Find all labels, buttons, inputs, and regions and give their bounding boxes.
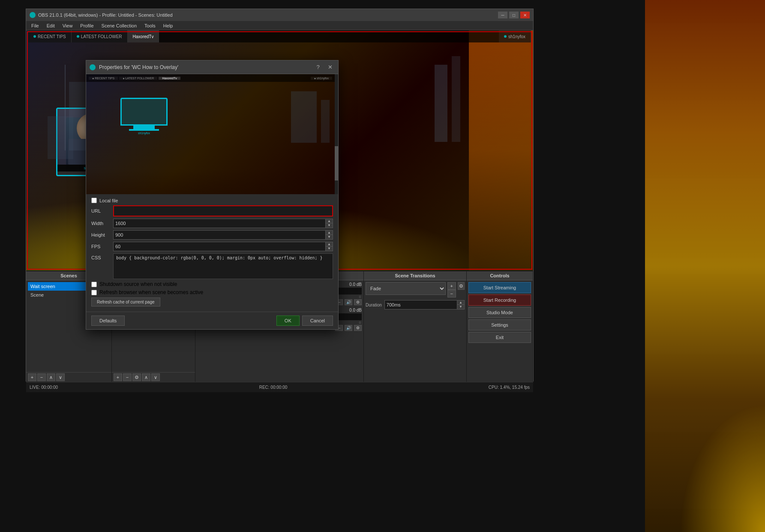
- url-row: URL: [91, 205, 333, 216]
- url-input[interactable]: [113, 205, 333, 216]
- transitions-panel: Scene Transitions Fade Cut Swipe + − ⚙: [364, 271, 467, 382]
- live-status: LIVE: 00:00:00: [30, 385, 58, 390]
- cancel-button[interactable]: Cancel: [302, 316, 333, 326]
- mixer-c922-settings-btn[interactable]: ⚙: [354, 325, 362, 331]
- monitor-stand: [133, 126, 155, 129]
- sh1nyfox-label: sh1nyfox: [508, 34, 525, 39]
- refresh-cache-button[interactable]: Refresh cache of current page: [91, 298, 160, 307]
- preview-tab-recent-tips[interactable]: RECENT TIPS: [28, 30, 72, 42]
- obs-icon: [30, 12, 36, 18]
- transition-select[interactable]: Fade Cut Swipe: [366, 282, 446, 295]
- studio-mode-button[interactable]: Studio Mode: [468, 307, 531, 318]
- status-bar: LIVE: 00:00:00 REC: 00:00:00 CPU: 1.4%, …: [26, 382, 533, 392]
- width-input[interactable]: [113, 219, 325, 228]
- haxoredtv-label: HaxoredTv: [133, 34, 154, 39]
- height-input[interactable]: [113, 230, 325, 240]
- fps-up-btn[interactable]: ▲: [325, 242, 333, 246]
- sources-add-btn[interactable]: +: [114, 373, 122, 381]
- settings-button[interactable]: Settings: [468, 319, 531, 331]
- sources-up-btn[interactable]: ∧: [142, 373, 150, 381]
- preview-top-bar: RECENT TIPS LATEST FOLLOWER HaxoredTv sh…: [28, 30, 531, 42]
- sources-toolbar: + − ⚙ ∧ ∨: [112, 372, 195, 382]
- fps-down-btn[interactable]: ▼: [325, 246, 333, 251]
- dialog-preview-area: ● RECENT TIPS ● LATEST FOLLOWER HaxoredT…: [86, 74, 338, 194]
- css-textarea[interactable]: body { background-color: rgba(0, 0, 0, 0…: [113, 253, 333, 279]
- mixer-c922-db: 0.0 dB: [349, 308, 362, 313]
- fps-input[interactable]: [113, 242, 325, 251]
- close-button[interactable]: ✕: [520, 12, 530, 18]
- sources-settings-btn[interactable]: ⚙: [132, 373, 141, 381]
- mixer-mic-db: 0.0 dB: [349, 282, 362, 287]
- scenes-down-btn[interactable]: ∨: [56, 373, 65, 381]
- sources-remove-btn[interactable]: −: [123, 373, 132, 381]
- menu-file[interactable]: File: [28, 22, 42, 29]
- local-file-row: Local file: [91, 198, 333, 203]
- width-label: Width: [91, 221, 111, 226]
- refresh-checkbox[interactable]: [91, 290, 97, 295]
- height-down-btn[interactable]: ▼: [325, 235, 333, 240]
- preview-tab-latest-follower[interactable]: LATEST FOLLOWER: [72, 30, 128, 42]
- ok-button[interactable]: OK: [276, 316, 300, 326]
- menu-help[interactable]: Help: [160, 22, 177, 29]
- transitions-panel-content: Fade Cut Swipe + − ⚙ Duration: [364, 280, 466, 382]
- menu-view[interactable]: View: [59, 22, 76, 29]
- monitor-base: [129, 129, 159, 131]
- mixer-c922-mute-btn[interactable]: 🔊: [345, 325, 352, 331]
- transition-remove-btn[interactable]: −: [447, 290, 456, 298]
- dialog-form: Local file URL Width ▲ ▼ Height: [86, 194, 338, 312]
- scenes-remove-btn[interactable]: −: [37, 373, 46, 381]
- menu-bar: File Edit View Profile Scene Collection …: [26, 21, 533, 30]
- preview-tab-haxoredtv[interactable]: HaxoredTv: [128, 30, 159, 42]
- cpu-status: CPU: 1.4%, 15.24 fps: [489, 385, 530, 390]
- minimize-button[interactable]: ─: [498, 12, 507, 18]
- local-file-checkbox[interactable]: [91, 198, 97, 203]
- controls-panel: Controls Start Streaming Start Recording…: [467, 271, 533, 382]
- height-row: Height ▲ ▼: [91, 230, 333, 240]
- duration-label: Duration: [366, 303, 382, 307]
- dialog-title: Properties for 'WC How to Overlay': [99, 64, 178, 70]
- preview-tab-sh1nyfox[interactable]: sh1nyfox: [499, 30, 531, 42]
- duration-down-btn[interactable]: ▼: [457, 305, 465, 310]
- transitions-panel-header: Scene Transitions: [364, 271, 466, 280]
- latest-follower-label: LATEST FOLLOWER: [81, 34, 122, 39]
- exit-button[interactable]: Exit: [468, 332, 531, 343]
- duration-up-btn[interactable]: ▲: [457, 300, 465, 305]
- transition-add-btn[interactable]: +: [447, 282, 456, 290]
- menu-edit[interactable]: Edit: [43, 22, 58, 29]
- monitor-label: sh1nyfox: [120, 132, 168, 135]
- mixer-mic-mute-btn[interactable]: 🔊: [345, 299, 352, 305]
- defaults-button[interactable]: Defaults: [91, 316, 125, 326]
- scenes-add-btn[interactable]: +: [28, 373, 36, 381]
- start-streaming-button[interactable]: Start Streaming: [468, 282, 531, 293]
- duration-input[interactable]: [384, 300, 457, 310]
- sources-down-btn[interactable]: ∨: [151, 373, 160, 381]
- width-up-btn[interactable]: ▲: [325, 219, 333, 223]
- dialog-help-button[interactable]: ?: [313, 63, 323, 72]
- dialog-title-bar: Properties for 'WC How to Overlay' ? ✕: [86, 60, 338, 74]
- properties-dialog: Properties for 'WC How to Overlay' ? ✕ ●…: [86, 60, 339, 330]
- scenes-toolbar: + − ∧ ∨: [26, 372, 111, 382]
- dialog-scrollbar[interactable]: [335, 74, 338, 194]
- start-recording-button[interactable]: Start Recording: [468, 295, 531, 306]
- menu-tools[interactable]: Tools: [141, 22, 159, 29]
- url-label: URL: [91, 208, 111, 213]
- scenes-up-btn[interactable]: ∧: [47, 373, 55, 381]
- dialog-footer: Defaults OK Cancel: [86, 312, 338, 329]
- shutdown-checkbox[interactable]: [91, 282, 97, 287]
- dialog-scroll-thumb[interactable]: [335, 146, 338, 180]
- mixer-mic-settings-btn[interactable]: ⚙: [354, 299, 362, 305]
- menu-scene-collection[interactable]: Scene Collection: [98, 22, 141, 29]
- controls-panel-content: Start Streaming Start Recording Studio M…: [467, 280, 533, 382]
- dialog-preview-monitor: sh1nyfox: [120, 98, 168, 132]
- dialog-close-button[interactable]: ✕: [325, 63, 335, 72]
- transition-settings-btn[interactable]: ⚙: [458, 282, 465, 290]
- refresh-row: Refresh browser when scene becomes activ…: [91, 289, 333, 295]
- width-down-btn[interactable]: ▼: [325, 223, 333, 228]
- height-up-btn[interactable]: ▲: [325, 230, 333, 235]
- window-title: OBS 21.0.1 (64bit, windows) - Profile: U…: [38, 12, 173, 18]
- maximize-button[interactable]: □: [509, 12, 519, 18]
- rec-status: REC: 00:00:00: [259, 385, 288, 390]
- shutdown-row: Shutdown source when not visible: [91, 281, 333, 287]
- title-bar: OBS 21.0.1 (64bit, windows) - Profile: U…: [26, 9, 533, 21]
- menu-profile[interactable]: Profile: [77, 22, 97, 29]
